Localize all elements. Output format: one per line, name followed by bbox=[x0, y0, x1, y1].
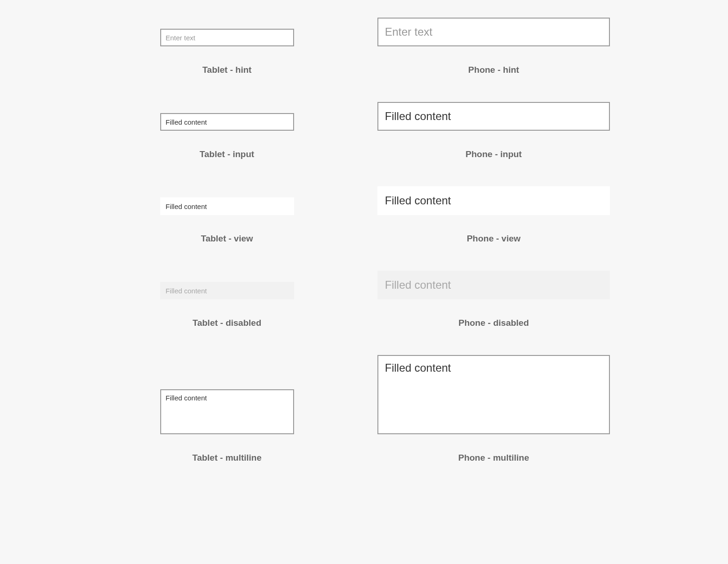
tablet-view-slot: Filled content Tablet - view bbox=[118, 186, 336, 244]
tablet-multiline-slot: Filled content Tablet - multiline bbox=[118, 355, 336, 463]
phone-input-slot: Filled content Phone - input bbox=[377, 102, 610, 159]
placeholder-text: Enter text bbox=[166, 34, 195, 42]
caption-tablet-multiline: Tablet - multiline bbox=[192, 453, 262, 463]
disabled-value: Filled content bbox=[166, 287, 207, 295]
phone-view-slot: Filled content Phone - view bbox=[377, 186, 610, 244]
view-value: Filled content bbox=[385, 194, 451, 207]
caption-tablet-hint: Tablet - hint bbox=[202, 65, 251, 75]
caption-phone-multiline: Phone - multiline bbox=[458, 453, 529, 463]
caption-tablet-disabled: Tablet - disabled bbox=[193, 318, 262, 328]
phone-hint-input[interactable]: Enter text bbox=[377, 18, 610, 46]
phone-multiline-field[interactable]: Filled content bbox=[377, 355, 610, 434]
caption-phone-hint: Phone - hint bbox=[468, 65, 519, 75]
phone-multiline-slot: Filled content Phone - multiline bbox=[377, 355, 610, 463]
tablet-multiline-field[interactable]: Filled content bbox=[160, 389, 294, 434]
caption-phone-input: Phone - input bbox=[465, 149, 521, 159]
placeholder-text: Enter text bbox=[385, 25, 433, 38]
caption-phone-view: Phone - view bbox=[467, 234, 521, 244]
phone-disabled-slot: Filled content Phone - disabled bbox=[377, 271, 610, 328]
tablet-view-field: Filled content bbox=[160, 197, 294, 215]
caption-phone-disabled: Phone - disabled bbox=[458, 318, 529, 328]
tablet-disabled-slot: Filled content Tablet - disabled bbox=[118, 271, 336, 328]
caption-tablet-input: Tablet - input bbox=[200, 149, 254, 159]
input-value: Filled content bbox=[166, 118, 207, 126]
phone-hint-slot: Enter text Phone - hint bbox=[377, 18, 610, 75]
phone-input-field[interactable]: Filled content bbox=[377, 102, 610, 131]
tablet-hint-slot: Enter text Tablet - hint bbox=[118, 18, 336, 75]
disabled-value: Filled content bbox=[385, 279, 451, 292]
tablet-hint-input[interactable]: Enter text bbox=[160, 29, 294, 46]
component-spec-grid: Enter text Tablet - hint Enter text Phon… bbox=[0, 18, 728, 463]
multiline-value: Filled content bbox=[166, 394, 207, 402]
tablet-input-slot: Filled content Tablet - input bbox=[118, 102, 336, 159]
multiline-value: Filled content bbox=[385, 361, 451, 374]
phone-disabled-field: Filled content bbox=[377, 271, 610, 299]
view-value: Filled content bbox=[166, 203, 207, 210]
caption-tablet-view: Tablet - view bbox=[201, 234, 253, 244]
tablet-disabled-field: Filled content bbox=[160, 282, 294, 299]
phone-view-field: Filled content bbox=[377, 186, 610, 215]
tablet-input-field[interactable]: Filled content bbox=[160, 113, 294, 131]
input-value: Filled content bbox=[385, 110, 451, 123]
